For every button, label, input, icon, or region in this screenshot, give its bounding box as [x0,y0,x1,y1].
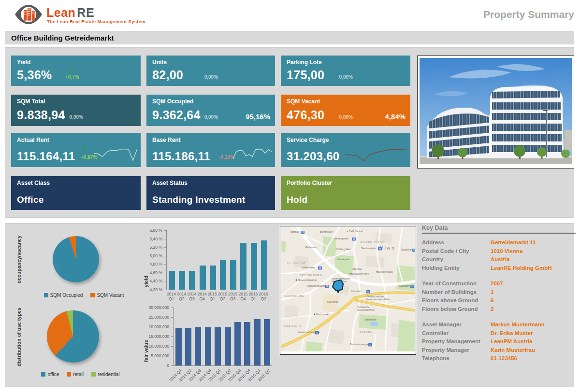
tile-label: Asset Status [152,180,188,186]
tile-share: 4,84% [385,112,406,121]
legend-item: office [41,372,59,377]
bar-slot [187,230,197,290]
legend-swatch [44,293,48,297]
y-tick-label: 5,20 % [144,245,162,250]
map-label: Heldenplatz [337,258,350,261]
bar [215,327,221,365]
bar [254,319,261,365]
tile-label: SQM Occupied [152,98,193,105]
x-tick-label: 2016Q1 [248,292,259,301]
bar-slot [259,230,269,290]
occupancy-pie-legend: SQM OccupiedSQM Vacant [32,293,136,298]
legend-item: SQM Occupied [44,293,83,298]
building-photo [417,56,574,168]
tile-service-charge: Service Charge 31.203,60 [281,133,410,167]
poi-dot-icon [296,280,297,281]
x-tick-label: 2014Q3 [187,292,197,301]
map-label: Parlament [305,246,317,249]
ubahn-badge-letter: U [413,249,415,252]
y-tick-label: 30.000.000 [144,305,169,310]
key-data-value: Karin Musterfrau [491,346,535,355]
legend-item: SQM Vacant [90,293,124,298]
map-label: Musikfreunde in Wien [366,298,390,301]
tile-asset-class: Asset Class Office [11,176,141,210]
map-label: Rathaus [290,230,299,233]
bar-slot [213,308,223,365]
key-data-label: Property Manager [422,346,491,355]
tile-sqm-occupied: SQM Occupied 9.362,64 0,00% 95,16% [146,95,275,126]
key-data-value: 6 [491,296,493,305]
key-data-row: Property ManagerKarin Musterfrau [422,346,576,355]
bar-slot [252,308,262,365]
bar-slot [183,308,193,365]
key-data-value: Dr. Erika Muster [491,329,533,338]
map-label: LAIMGRUBE [285,294,304,297]
key-data-row: Asset ManagerMarkus Mustermann [422,321,576,329]
map-label: Universität Wien [357,308,375,311]
bar-slot [262,308,272,365]
base-rent-sparkline [232,143,272,164]
y-tick-label: 25.000.000 [144,315,169,320]
ubahn-badge-letter: U [302,231,304,234]
key-data-label: Controller [422,329,491,338]
dashboard-page: LeanRE The Lean Real Estate Management S… [0,0,580,392]
map-label: Haus der Musik [376,270,393,273]
bar [244,322,250,365]
key-data-group: AddressGetreidemarkt 11Postal Code / Cit… [422,238,576,272]
tile-value: 115.164,11 [17,150,75,163]
tile-label: Units [152,59,167,66]
y-tick-label: 10.000.000 [144,344,169,349]
map-label: SPITTELBERG [300,274,322,277]
fair-value-axis-title: fair value [143,336,149,365]
y-tick-label: 4,60 % [144,270,162,275]
tile-label: Actual Rent [17,137,49,143]
bar-slot [223,308,232,365]
service-charge-sparkline [345,143,407,164]
ubahn-badge-letter: U [319,266,321,269]
key-data-row: Year of Construction2007 [422,280,576,288]
bar-slot [249,230,259,290]
bar [175,328,182,365]
tile-label: SQM Total [17,98,45,105]
bar-slot [177,230,187,290]
x-tick-label: 2015Q1 [207,292,218,301]
actual-rent-sparkline [93,143,138,164]
kpi-panel: Yield 5,36% +0,7% Units 82,00 0,00% Park… [5,47,574,218]
bar-plot [173,308,272,366]
yield-bar-chart: yield 5,60 %5,40 %5,20 %5,00 %4,80 %4,60… [143,226,278,306]
tile-value: 175,00 [287,68,324,82]
building-photo-image [420,58,572,164]
map-label: Stephansplatz [361,247,377,250]
use-types-pie-title: distribution of use types [16,307,22,367]
bar [200,266,206,290]
legend-swatch [90,293,95,297]
key-data-value: 2 [491,305,493,314]
key-data-row: Floors above Ground6 [422,296,576,305]
bar [264,319,270,365]
key-data-row: CountryAustria [422,255,576,264]
legend-item: retail [67,372,84,377]
y-tick-label: 5,40 % [144,237,162,241]
map-label: Secession [327,300,338,303]
tile-value: Standing Investment [152,195,246,205]
key-data-value: Markus Mustermann [491,321,545,329]
tile-delta: 0,00% [204,114,218,120]
key-data-value: 2007 [491,280,503,288]
tile-value: 9.362,64 [152,108,201,122]
bar [210,266,216,290]
map-label: Café Central [349,230,362,233]
key-data-label: Telephone [422,354,491,363]
fair-value-bar-chart: fair value 30.000.00025.000.00020.000.00… [143,306,278,387]
tile-share: 95,16% [246,112,270,121]
bar-slot [208,230,218,290]
brand-tagline: The Lean Real Estate Management System [47,19,145,24]
bar [179,271,185,290]
x-tick-label: 2014Q4 [197,292,207,301]
tile-value: 31.203,60 [287,150,339,163]
tile-value: 476,30 [287,108,324,122]
property-title-bar: Office Building Getreidemarkt [5,31,574,44]
x-tick-label: 2015Q2 [218,292,228,301]
tile-label: Yield [17,59,30,66]
map-label: WIEDEN [360,331,373,334]
x-tick-label: 2014Q1 [166,292,176,301]
